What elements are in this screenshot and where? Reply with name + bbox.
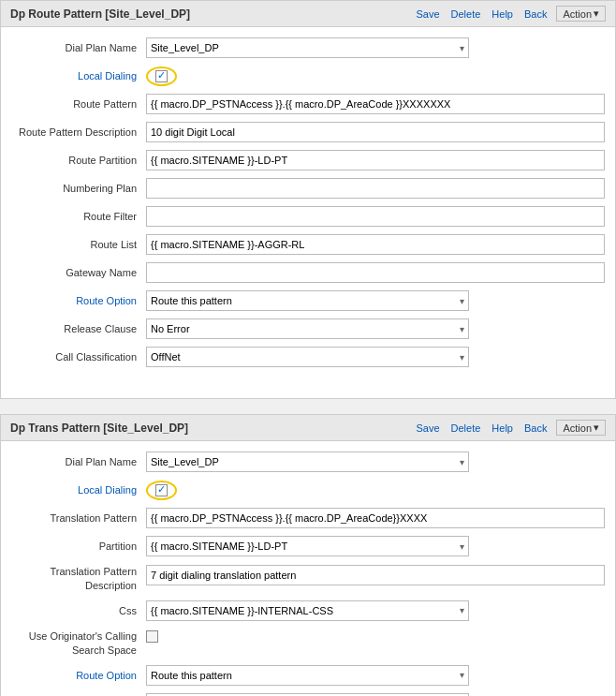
route-pattern-desc-input[interactable] (146, 122, 605, 142)
trans-pattern-actions: Save Delete Help Back Action ▾ (414, 420, 606, 436)
use-orig-row: Use Originator's CallingSearch Space (1, 628, 615, 659)
release-clause-label: Release Clause (1, 323, 146, 334)
dial-plan-name-select-wrapper: Site_Level_DP ▾ (146, 37, 469, 58)
route-option-select[interactable]: Route this pattern ▾ (146, 290, 469, 311)
trans-route-option-row: Route Option Route this pattern ▾ (1, 664, 615, 687)
trans-route-option-select[interactable]: Route this pattern ▾ (146, 665, 469, 686)
dial-plan-name-arrow: ▾ (460, 43, 464, 53)
route-pattern-row: Route Pattern (1, 93, 615, 115)
route-filter-label: Route Filter (1, 211, 146, 222)
trans-release-clause-select[interactable]: No Error ▾ (146, 693, 469, 696)
trans-pattern-back-button[interactable]: Back (522, 422, 549, 435)
translation-pattern-input[interactable] (146, 508, 605, 528)
route-pattern-panel: Dp Route Pattern [Site_Level_DP] Save De… (0, 0, 616, 399)
route-pattern-title: Dp Route Pattern [Site_Level_DP] (10, 7, 190, 21)
route-list-row: Route List (1, 233, 615, 256)
release-clause-select[interactable]: No Error ▾ (146, 318, 469, 339)
partition-select[interactable]: {{ macro.SITENAME }}-LD-PT ▾ (146, 536, 469, 556)
trans-pattern-desc-row: Translation PatternDescription (1, 563, 615, 594)
call-classification-select-wrapper: OffNet ▾ (146, 347, 469, 367)
route-pattern-help-button[interactable]: Help (490, 7, 515, 21)
dial-plan-name-label: Dial Plan Name (1, 42, 146, 53)
route-pattern-desc-label: Route Pattern Description (1, 126, 146, 138)
gateway-name-label: Gateway Name (1, 267, 146, 278)
trans-dial-plan-name-select[interactable]: Site_Level_DP ▾ (146, 452, 469, 472)
call-classification-arrow: ▾ (460, 352, 464, 363)
route-pattern-back-button[interactable]: Back (522, 7, 549, 21)
trans-pattern-desc-label: Translation PatternDescription (1, 563, 146, 594)
route-pattern-desc-row: Route Pattern Description (1, 121, 615, 143)
route-partition-row: Route Partition (1, 149, 615, 171)
partition-row: Partition {{ macro.SITENAME }}-LD-PT ▾ (1, 535, 615, 557)
call-classification-select[interactable]: OffNet ▾ (146, 347, 469, 367)
gateway-name-row: Gateway Name (1, 261, 615, 284)
route-partition-label: Route Partition (1, 155, 146, 166)
trans-pattern-desc-input[interactable] (146, 565, 605, 585)
trans-pattern-header: Dp Trans Pattern [Site_Level_DP] Save De… (1, 415, 615, 441)
trans-pattern-action-button[interactable]: Action ▾ (556, 420, 606, 436)
translation-pattern-label: Translation Pattern (1, 512, 146, 524)
route-pattern-field-label: Route Pattern (1, 98, 146, 110)
css-select-wrapper: {{ macro.SITENAME }}-INTERNAL-CSS ▾ (146, 600, 469, 621)
route-pattern-actions: Save Delete Help Back Action ▾ (414, 6, 606, 22)
translation-pattern-row: Translation Pattern (1, 507, 615, 529)
gateway-name-input[interactable] (146, 262, 605, 283)
route-list-input[interactable] (146, 234, 605, 255)
local-dialing-row: Local Dialing (1, 65, 615, 87)
trans-pattern-help-button[interactable]: Help (490, 422, 515, 435)
release-clause-row: Release Clause No Error ▾ (1, 318, 615, 340)
css-arrow: ▾ (460, 605, 464, 615)
css-label: Css (1, 605, 146, 616)
route-option-label: Route Option (1, 295, 146, 306)
use-orig-label: Use Originator's CallingSearch Space (1, 628, 146, 659)
release-clause-select-wrapper: No Error ▾ (146, 318, 469, 339)
partition-arrow: ▾ (460, 541, 464, 552)
route-pattern-save-button[interactable]: Save (414, 7, 441, 21)
route-filter-input[interactable] (146, 206, 605, 227)
route-pattern-input[interactable] (146, 94, 605, 114)
trans-dial-plan-name-row: Dial Plan Name Site_Level_DP ▾ (1, 451, 615, 473)
trans-pattern-delete-button[interactable]: Delete (449, 422, 483, 435)
trans-pattern-save-button[interactable]: Save (414, 422, 441, 435)
trans-release-clause-row: Release Clause No Error ▾ (1, 692, 615, 696)
trans-route-option-select-wrapper: Route this pattern ▾ (146, 665, 469, 686)
dial-plan-name-row: Dial Plan Name Site_Level_DP ▾ (1, 37, 615, 59)
numbering-plan-label: Numbering Plan (1, 183, 146, 194)
local-dialing-checkbox[interactable] (155, 70, 168, 82)
numbering-plan-row: Numbering Plan (1, 177, 615, 200)
trans-dial-plan-name-arrow: ▾ (460, 457, 464, 467)
route-filter-row: Route Filter (1, 205, 615, 228)
route-option-select-wrapper: Route this pattern ▾ (146, 290, 469, 311)
trans-local-dialing-label: Local Dialing (1, 484, 146, 496)
release-clause-arrow: ▾ (460, 324, 464, 334)
route-partition-input[interactable] (146, 150, 605, 170)
trans-route-option-arrow: ▾ (460, 670, 464, 680)
route-pattern-body: Dial Plan Name Site_Level_DP ▾ Local Dia… (1, 27, 615, 398)
css-select[interactable]: {{ macro.SITENAME }}-INTERNAL-CSS ▾ (146, 600, 469, 621)
dial-plan-name-select[interactable]: Site_Level_DP ▾ (146, 37, 469, 58)
use-orig-checkbox[interactable] (146, 630, 158, 643)
route-option-row: Route Option Route this pattern ▾ (1, 289, 615, 312)
partition-label: Partition (1, 541, 146, 552)
numbering-plan-input[interactable] (146, 178, 605, 199)
route-pattern-header: Dp Route Pattern [Site_Level_DP] Save De… (1, 1, 615, 27)
trans-dial-plan-name-label: Dial Plan Name (1, 456, 146, 467)
trans-release-clause-select-wrapper: No Error ▾ (146, 693, 469, 696)
call-classification-label: Call Classification (1, 351, 146, 363)
trans-pattern-title: Dp Trans Pattern [Site_Level_DP] (10, 422, 188, 435)
trans-pattern-panel: Dp Trans Pattern [Site_Level_DP] Save De… (0, 414, 616, 696)
trans-route-option-label: Route Option (1, 670, 146, 681)
local-dialing-label: Local Dialing (1, 70, 146, 81)
css-row: Css {{ macro.SITENAME }}-INTERNAL-CSS ▾ (1, 600, 615, 622)
trans-local-dialing-oval (146, 481, 177, 500)
route-pattern-action-button[interactable]: Action ▾ (556, 6, 606, 22)
local-dialing-oval (146, 67, 177, 86)
trans-local-dialing-row: Local Dialing (1, 479, 615, 501)
partition-select-wrapper: {{ macro.SITENAME }}-LD-PT ▾ (146, 536, 469, 556)
route-pattern-delete-button[interactable]: Delete (449, 7, 483, 21)
call-classification-row: Call Classification OffNet ▾ (1, 346, 615, 368)
trans-pattern-body: Dial Plan Name Site_Level_DP ▾ Local Dia… (1, 441, 615, 696)
trans-dial-plan-name-select-wrapper: Site_Level_DP ▾ (146, 452, 469, 472)
route-list-label: Route List (1, 239, 146, 250)
trans-local-dialing-checkbox[interactable] (155, 484, 168, 496)
